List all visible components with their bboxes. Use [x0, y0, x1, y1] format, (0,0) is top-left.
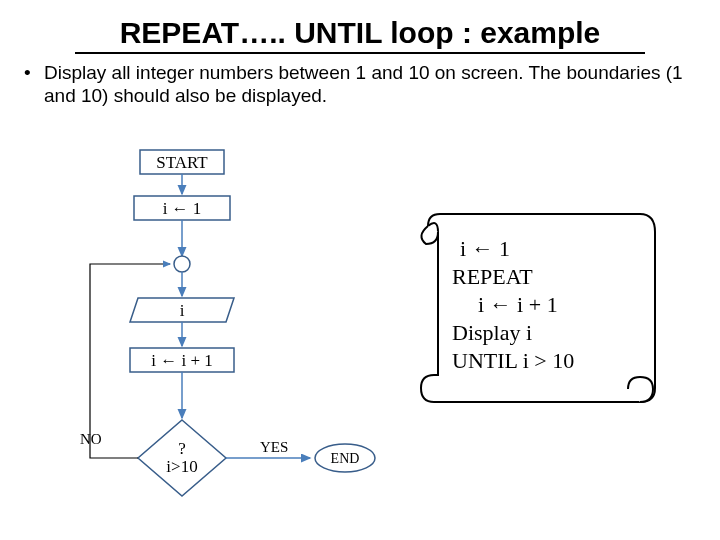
code-line-2: REPEAT [452, 264, 533, 289]
display-label: i [180, 301, 185, 320]
end-label: END [331, 451, 360, 466]
init-label: i ← 1 [163, 199, 202, 218]
code-line-3: i ← i + 1 [478, 292, 558, 317]
diagram-canvas: START i ← 1 i i ← i + 1 ? i>10 NO YES EN… [0, 0, 720, 540]
decision-cond: i>10 [166, 457, 197, 476]
code-line-1: i ← 1 [460, 236, 510, 261]
code-line-4: Display i [452, 320, 532, 345]
yes-label: YES [260, 439, 288, 455]
code-line-5: UNTIL i > 10 [452, 348, 574, 373]
no-label: NO [80, 431, 102, 447]
flowchart: START i ← 1 i i ← i + 1 ? i>10 NO YES EN… [80, 150, 375, 496]
increment-label: i ← i + 1 [151, 351, 213, 370]
decision-q: ? [178, 439, 186, 458]
start-label: START [156, 153, 208, 172]
connector-circle [174, 256, 190, 272]
pseudocode-scroll: i ← 1 REPEAT i ← i + 1 Display i UNTIL i… [421, 214, 655, 402]
